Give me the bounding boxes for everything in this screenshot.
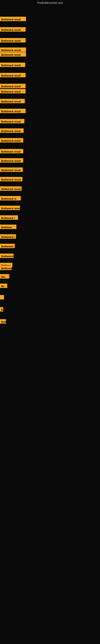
- bottleneck-bar: Bottlenec: [0, 224, 16, 229]
- bottleneck-bar: Bott: [0, 319, 6, 324]
- bottleneck-bar: Bot: [0, 274, 9, 278]
- bottleneck-bar: Bottleneck result: [0, 89, 26, 94]
- site-title-container: TheBottlenecker.com: [0, 0, 100, 5]
- bottleneck-bar: Bottleneck result: [0, 48, 26, 52]
- bottleneck-bar: Bottleneck r: [0, 215, 18, 220]
- bottleneck-bar: Bottleneck result: [0, 38, 26, 42]
- bottleneck-bar: Bottleneck result: [0, 27, 26, 32]
- bottleneck-bar: Bottleneck result: [0, 128, 24, 133]
- bottleneck-bar: Bottleneck r: [0, 234, 16, 239]
- bottleneck-bar: Bottleneck: [0, 244, 15, 248]
- bottleneck-bar: Bottleneck result: [0, 177, 22, 181]
- bottleneck-bar: Bottleneck result: [0, 168, 23, 172]
- bottleneck-bar: Bottleneck result: [0, 84, 26, 88]
- bottleneck-bar: Bottleneck result: [0, 186, 22, 191]
- bottleneck-bar: Bottleneck result: [0, 99, 25, 103]
- site-title: TheBottlenecker.com: [0, 0, 100, 5]
- bottleneck-bar: Bottleneck result: [0, 73, 26, 77]
- bottleneck-bar: Bottleneck result: [0, 149, 23, 153]
- bottleneck-bar: Bottleneck result: [0, 52, 26, 56]
- bottleneck-bar: Bottleneck result: [0, 206, 20, 210]
- bottleneck-bar: Bottleneck: [0, 266, 12, 270]
- bottleneck-bar: Bottleneck re: [0, 196, 21, 200]
- bottleneck-bar: Bottleneck result: [0, 119, 24, 123]
- bottleneck-bar: Bottleneck res: [0, 254, 14, 258]
- bottleneck-bar: B: [0, 307, 3, 312]
- bars-container: Bottleneck resultBottleneck resultBottle…: [0, 5, 100, 644]
- bottleneck-bar: Bo: [0, 284, 7, 288]
- bottleneck-bar: [0, 295, 4, 300]
- bottleneck-bar: Bottleneck result: [0, 62, 25, 67]
- bottleneck-bar: Bottleneck result: [0, 109, 26, 113]
- bottleneck-bar: Bottleneck result: [0, 138, 23, 142]
- bottleneck-bar: Bottleneck result: [0, 17, 26, 21]
- bottleneck-bar: Bottleneck result: [0, 158, 23, 162]
